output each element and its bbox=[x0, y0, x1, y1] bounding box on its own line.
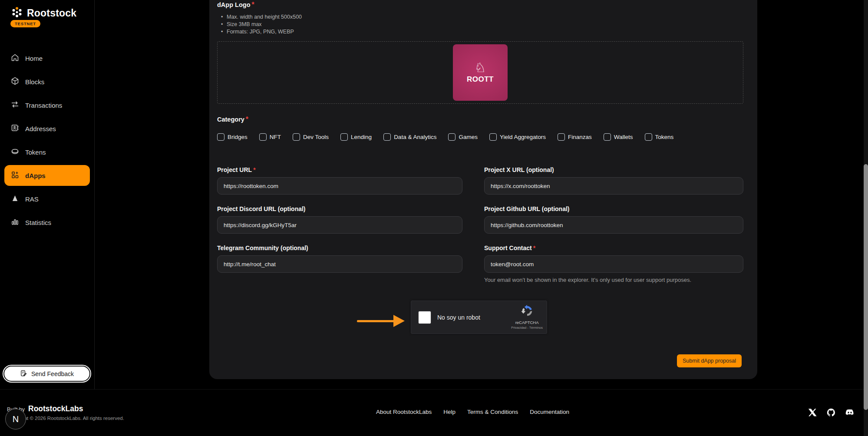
logo-requirements-list: Max. width and height 500x500 Size 3MB m… bbox=[217, 13, 743, 36]
field-label: Support Contact bbox=[484, 244, 532, 251]
category-section: Category* Bridges NFT Dev Tools Lending … bbox=[217, 116, 743, 141]
sidebar-item-label: RAS bbox=[25, 195, 39, 203]
sidebar-item-addresses[interactable]: Addresses bbox=[4, 118, 90, 139]
scrollbar-thumb[interactable] bbox=[864, 164, 868, 410]
knight-icon: ♘ bbox=[475, 61, 486, 74]
footer-social bbox=[808, 408, 855, 419]
checkbox-nft[interactable] bbox=[259, 133, 267, 141]
sidebar-item-label: Blocks bbox=[25, 78, 44, 86]
checkbox-wallets[interactable] bbox=[604, 133, 611, 141]
project-x-url-input[interactable] bbox=[484, 177, 743, 195]
telegram-community-input[interactable] bbox=[217, 255, 462, 273]
footer-link-terms[interactable]: Terms & Conditions bbox=[467, 409, 518, 415]
x-twitter-icon[interactable] bbox=[808, 408, 817, 419]
rootstock-logo-icon bbox=[10, 6, 23, 20]
sidebar-item-blocks[interactable]: Blocks bbox=[4, 71, 90, 92]
recaptcha-privacy-terms[interactable]: Privacidad - Términos bbox=[511, 326, 543, 330]
category-option-yield-aggregators[interactable]: Yield Aggregators bbox=[489, 133, 546, 141]
project-github-url-input[interactable] bbox=[484, 216, 743, 234]
checkbox-bridges[interactable] bbox=[217, 133, 224, 141]
recaptcha-name: reCAPTCHA bbox=[515, 320, 539, 325]
brand[interactable]: Rootstock bbox=[10, 6, 76, 20]
category-option-games[interactable]: Games bbox=[448, 133, 478, 141]
sidebar-item-ras[interactable]: RAS bbox=[4, 188, 90, 209]
send-feedback-button[interactable]: Send Feedback bbox=[3, 366, 90, 382]
project-url-input[interactable] bbox=[217, 177, 462, 195]
footer-brand[interactable]: RootstockLabs bbox=[28, 404, 83, 413]
field-project-discord-url: Project Discord URL (optional) bbox=[217, 205, 462, 234]
app-root: Rootstock TESTNET Home Blocks Transactio… bbox=[0, 0, 868, 436]
category-option-tokens[interactable]: Tokens bbox=[645, 133, 674, 141]
recaptcha-checkbox[interactable] bbox=[419, 311, 431, 324]
checkbox-lending[interactable] bbox=[340, 133, 348, 141]
recaptcha-widget: No soy un robot reCAPTCHA Privacidad - T… bbox=[411, 301, 547, 334]
required-asterisk: * bbox=[253, 166, 255, 173]
sidebar-item-label: Tokens bbox=[25, 149, 46, 156]
field-support-contact: Support Contact* Your email won't be sho… bbox=[484, 244, 743, 283]
footer-link-about[interactable]: About RootstockLabs bbox=[376, 409, 432, 415]
category-option-bridges[interactable]: Bridges bbox=[217, 133, 248, 141]
brand-name: Rootstock bbox=[27, 7, 76, 19]
bar-chart-icon bbox=[10, 217, 20, 228]
sidebar-item-label: Transactions bbox=[25, 102, 62, 109]
contact-card-icon bbox=[10, 123, 20, 134]
recaptcha-logo-icon bbox=[521, 304, 534, 319]
scrollbar-track[interactable] bbox=[864, 0, 868, 436]
field-telegram-community: Telegram Community (optional) bbox=[217, 244, 462, 283]
category-option-wallets[interactable]: Wallets bbox=[604, 133, 633, 141]
logo-dropzone[interactable]: ♘ ROOTT bbox=[217, 41, 743, 104]
submit-dapp-proposal-button[interactable]: Submit dApp proposal bbox=[677, 354, 742, 367]
sidebar-item-label: Statistics bbox=[25, 219, 51, 226]
project-discord-url-input[interactable] bbox=[217, 216, 462, 234]
footer-link-help[interactable]: Help bbox=[443, 409, 455, 415]
sidebar-item-label: Home bbox=[25, 55, 43, 62]
checkbox-data-analytics[interactable] bbox=[383, 133, 391, 141]
recaptcha-brand: reCAPTCHA Privacidad - Términos bbox=[511, 304, 543, 330]
support-contact-helper: Your email won't be shown in the explore… bbox=[484, 277, 743, 283]
required-asterisk: * bbox=[246, 116, 248, 123]
category-option-finanzas[interactable]: Finanzas bbox=[558, 133, 592, 141]
required-asterisk: * bbox=[533, 244, 535, 251]
dapp-logo-label: dApp Logo bbox=[217, 1, 251, 8]
support-contact-input[interactable] bbox=[484, 255, 743, 273]
footer: Built by RootstockLabs Copyright © 2026 … bbox=[0, 389, 868, 436]
field-project-x-url: Project X URL (optional) bbox=[484, 166, 743, 195]
sidebar-item-transactions[interactable]: Transactions bbox=[4, 95, 90, 116]
feedback-pencil-icon bbox=[20, 370, 27, 378]
testnet-badge: TESTNET bbox=[10, 20, 40, 27]
category-option-data-analytics[interactable]: Data & Analytics bbox=[383, 133, 436, 141]
github-icon[interactable] bbox=[826, 408, 836, 419]
checkbox-tokens[interactable] bbox=[645, 133, 652, 141]
field-label: Project X URL (optional) bbox=[484, 166, 554, 173]
category-option-dev-tools[interactable]: Dev Tools bbox=[293, 133, 329, 141]
sidebar-item-home[interactable]: Home bbox=[4, 48, 90, 69]
overlay-badge-n[interactable]: N bbox=[5, 409, 26, 429]
sidebar-item-label: Addresses bbox=[25, 125, 56, 132]
sidebar-item-statistics[interactable]: Statistics bbox=[4, 212, 90, 233]
category-option-lending[interactable]: Lending bbox=[340, 133, 372, 141]
checkbox-dev-tools[interactable] bbox=[293, 133, 300, 141]
sidebar-item-dapps[interactable]: dApps bbox=[4, 165, 90, 186]
sidebar-item-label: dApps bbox=[25, 172, 46, 179]
logo-requirement: Size 3MB max bbox=[217, 21, 743, 28]
dapp-proposal-form-card: dApp Logo* Max. width and height 500x500… bbox=[209, 0, 757, 379]
checkbox-yield-aggregators[interactable] bbox=[489, 133, 497, 141]
sidebar-item-tokens[interactable]: Tokens bbox=[4, 142, 90, 162]
logo-requirement: Max. width and height 500x500 bbox=[217, 13, 743, 21]
field-project-url: Project URL* bbox=[217, 166, 462, 195]
annotation-arrow bbox=[357, 314, 406, 327]
checkbox-finanzas[interactable] bbox=[558, 133, 565, 141]
category-option-nft[interactable]: NFT bbox=[259, 133, 281, 141]
discord-icon[interactable] bbox=[845, 408, 855, 419]
checkbox-games[interactable] bbox=[448, 133, 455, 141]
field-label: Project Github URL (optional) bbox=[484, 205, 570, 212]
dapps-grid-icon bbox=[10, 170, 20, 181]
footer-link-documentation[interactable]: Documentation bbox=[530, 409, 569, 415]
logo-preview[interactable]: ♘ ROOTT bbox=[453, 44, 508, 101]
field-label: Project Discord URL (optional) bbox=[217, 205, 306, 212]
footer-links: About RootstockLabs Help Terms & Conditi… bbox=[376, 409, 569, 415]
logo-requirement: Formats: JPG, PNG, WEBP bbox=[217, 28, 743, 36]
cube-icon bbox=[10, 76, 20, 87]
coin-icon bbox=[10, 147, 20, 157]
recaptcha-label: No soy un robot bbox=[437, 314, 480, 321]
